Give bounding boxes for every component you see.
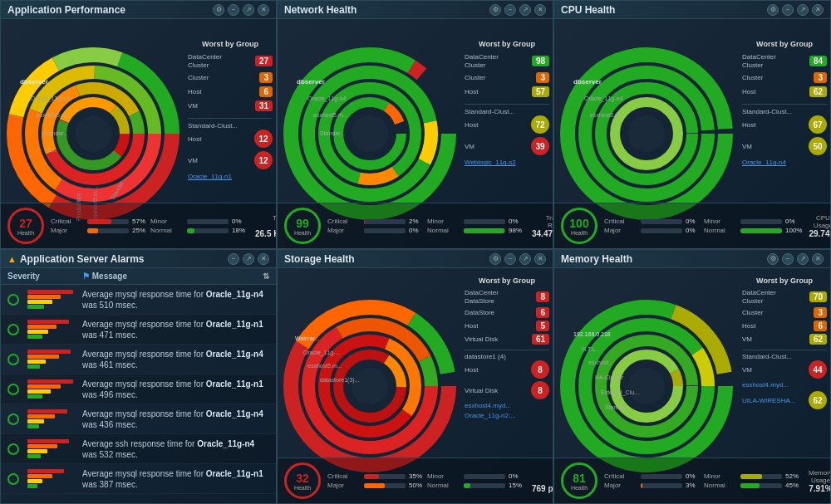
alarms-title: Application Server Alarms: [20, 253, 145, 265]
svg-text:Standar...: Standar...: [320, 130, 345, 136]
alarm-message: Average mysql response time for Oracle_1…: [82, 409, 269, 430]
settings-btn[interactable]: ⚙: [213, 4, 224, 16]
wbg-host: Host 6: [188, 86, 273, 97]
svg-text:Oracle_11g-n4: Oracle_11g-n4: [307, 95, 346, 102]
maximize-btn-mem[interactable]: ↗: [797, 253, 809, 265]
esxhost-link[interactable]: esxhost4.myd...: [465, 402, 549, 409]
traffic-rate: Traffic Rate 34.47 MBps: [532, 214, 553, 238]
storage-health-controls: ⚙ − ↗ ✕: [489, 253, 546, 265]
maximize-btn[interactable]: ↗: [243, 4, 254, 16]
alarm-severity: [7, 350, 82, 369]
transaction-rate: Transaction Rate 26.5 K per minute: [255, 214, 277, 238]
alarm-message: Average ssh response time for Oracle_11g…: [82, 438, 269, 460]
alarms-panel: ▲ Application Server Alarms − ↗ ✕ Severi…: [0, 249, 277, 504]
dashboard: Application Performance ⚙ − ↗ ✕: [0, 0, 831, 504]
minimize-btn-alarms[interactable]: −: [228, 253, 239, 265]
alarm-row: Average ssh response time for Oracle_11g…: [1, 434, 276, 464]
app-stats-grid: Critical 57% Minor 0% Major 25% Normal: [51, 218, 248, 234]
app-performance-stats: 27 Health Critical 57% Minor 0% Major 25: [1, 203, 276, 248]
alarm-severity: [7, 290, 82, 309]
svg-text:dbserver: dbserver: [573, 78, 602, 86]
alarm-row: Average mysql response time for Oracle_1…: [1, 285, 276, 315]
wbg-datacenter: DataCenterCluster 27: [188, 53, 273, 69]
svg-text:Oracle_11g-...: Oracle_11g-...: [303, 350, 340, 356]
alarm-severity: [7, 379, 82, 399]
close-btn-stor[interactable]: ✕: [534, 253, 546, 265]
settings-btn-net[interactable]: ⚙: [489, 4, 501, 16]
memory-health-circle: 81 Health: [561, 462, 597, 499]
cpu-health-header: CPU Health ⚙ − ↗ ✕: [554, 1, 830, 19]
esxhost4-link[interactable]: esxhost4.myd...: [742, 381, 827, 389]
maximize-btn-net[interactable]: ↗: [519, 4, 531, 16]
wbg-cluster: Cluster 3: [188, 72, 273, 83]
memory-health-controls: ⚙ − ↗ ✕: [767, 253, 824, 265]
network-donut: dbserver Oracle_11g-n4 esxhost5.m... Sta…: [283, 38, 457, 229]
network-stats: 99 Health Critical 2% Minor 0% Major 0%: [278, 203, 553, 248]
app-health-circle: 27 Health: [7, 208, 44, 244]
minimize-btn-net[interactable]: −: [504, 4, 516, 16]
alarm-message: Average mysql response time for Oracle_1…: [82, 289, 269, 311]
alarm-severity: [7, 409, 82, 428]
uila-link[interactable]: UILA-WIRESHA...: [742, 397, 795, 404]
memory-usage: Memory Usage 7.91%: [809, 469, 831, 493]
close-btn-cpu[interactable]: ✕: [812, 4, 824, 16]
alarm-row: Average mysql response time for Oracle_1…: [1, 374, 276, 404]
maximize-btn-cpu[interactable]: ↗: [797, 4, 809, 16]
settings-btn-stor[interactable]: ⚙: [489, 253, 501, 265]
svg-point-34: [352, 115, 388, 152]
oracle-n2-link[interactable]: Oracle_11g-n2:...: [465, 412, 549, 419]
sort-icon[interactable]: ⇅: [263, 272, 269, 281]
alarm-severity: [7, 439, 82, 458]
svg-text:dbserver: dbserver: [297, 78, 325, 86]
storage-health-header: Storage Health ⚙ − ↗ ✕: [278, 250, 553, 268]
close-btn[interactable]: ✕: [258, 4, 269, 16]
minimize-btn-cpu[interactable]: −: [782, 4, 794, 16]
svg-text:External_Clu...: External_Clu...: [601, 389, 639, 396]
memory-health-title: Memory Health: [561, 253, 632, 265]
svg-point-57: [352, 368, 388, 404]
alarms-table-header: Severity ⚑ Message ⇅: [1, 268, 276, 285]
close-btn-mem[interactable]: ✕: [812, 253, 824, 265]
maximize-btn-stor[interactable]: ↗: [519, 253, 531, 265]
app-performance-panel: Application Performance ⚙ − ↗ ✕: [0, 0, 277, 249]
storage-health-panel: Storage Health ⚙ − ↗ ✕: [277, 249, 553, 504]
cpu-health-controls: ⚙ − ↗ ✕: [767, 4, 824, 16]
svg-text:esxhost5.m...: esxhost5.m...: [307, 363, 342, 369]
svg-point-69: [628, 368, 665, 404]
alarm-icon: ▲: [7, 254, 17, 264]
alarm-severity: [7, 320, 82, 339]
close-btn-alarms[interactable]: ✕: [258, 253, 269, 265]
weblogic-link[interactable]: Weblogic_11g-s2: [465, 159, 549, 166]
svg-text:S...: S...: [47, 147, 57, 153]
alarm-severity: [7, 469, 82, 488]
minimize-btn-stor[interactable]: −: [504, 253, 516, 265]
minimize-btn[interactable]: −: [228, 4, 239, 16]
svg-point-17: [75, 115, 111, 152]
alarm-row: Average mysql response time for Oracle_1…: [1, 315, 276, 345]
alarm-row: Average mysql response time for Oracle_1…: [1, 404, 276, 434]
settings-btn-cpu[interactable]: ⚙: [767, 4, 779, 16]
minimize-btn-mem[interactable]: −: [782, 253, 794, 265]
oracle-cpu-link[interactable]: Oracle_11g-n4: [742, 159, 827, 166]
svg-text:esxhost3.m...: esxhost3.m...: [590, 112, 625, 118]
severity-col-header: Severity: [7, 272, 82, 281]
svg-text:Oracle_11g-n4: Oracle_11g-n4: [584, 95, 622, 102]
oracle-link[interactable]: Oracle_11g-n1: [188, 173, 273, 180]
maximize-btn-alarms[interactable]: ↗: [243, 253, 254, 265]
close-btn-net[interactable]: ✕: [534, 4, 546, 16]
svg-text:esxhost5.m...: esxhost5.m...: [313, 112, 348, 118]
alarms-list[interactable]: Average mysql response time for Oracle_1…: [1, 285, 276, 503]
svg-text:HA-Cluster: HA-Cluster: [595, 374, 624, 380]
svg-text:Walmar...: Walmar...: [295, 335, 319, 341]
cpu-health-title: CPU Health: [561, 4, 615, 16]
memory-health-panel: Memory Health ⚙ − ↗ ✕: [553, 249, 831, 504]
memory-health-header: Memory Health ⚙ − ↗ ✕: [554, 250, 830, 268]
storage-donut: Walmar... Oracle_11g-... esxhost5.m... d…: [283, 291, 457, 482]
settings-btn-mem[interactable]: ⚙: [767, 253, 779, 265]
network-health-circle: 99 Health: [284, 208, 321, 244]
svg-text:esxhost5.m...: esxhost5.m...: [37, 112, 71, 118]
svg-text:esxhost...: esxhost...: [588, 360, 613, 365]
memory-donut: 192.168.0.218 H.T.L... esxhost... HA-Clu…: [559, 291, 734, 482]
svg-text:datastore1(3)...: datastore1(3)...: [320, 377, 360, 384]
network-health-header: Network Health ⚙ − ↗ ✕: [278, 1, 553, 19]
